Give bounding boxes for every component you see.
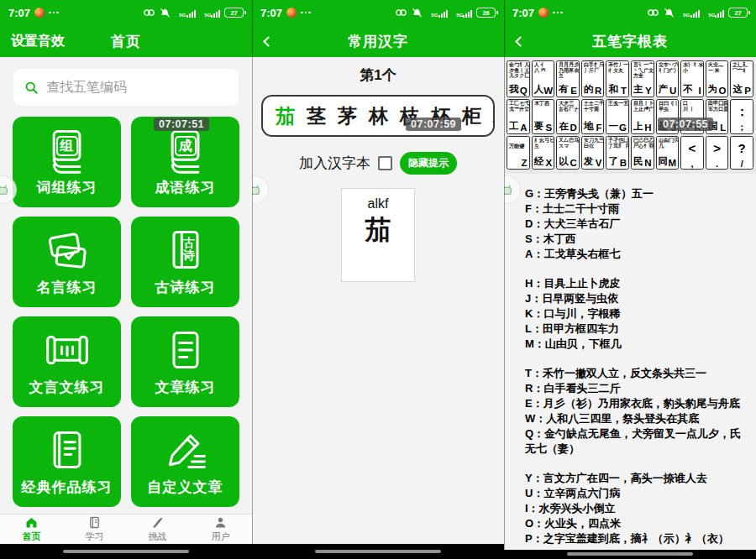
battery-icon: 27 (728, 8, 748, 18)
idiom-book-icon: 成 (162, 127, 209, 174)
classic-book-icon (44, 426, 91, 473)
tab-study[interactable]: 学习 (63, 515, 126, 544)
hd-call-icon (395, 8, 407, 18)
hd-call-icon (143, 8, 155, 18)
home-indicator (315, 550, 441, 553)
mnemonic-line: R：白手看头三二斤 (525, 381, 748, 396)
classical-chinese-practice-button[interactable]: 文言文练习 (13, 316, 121, 407)
search-input[interactable] (46, 80, 228, 95)
strip-char: 茄 (270, 103, 301, 129)
signal-icon: 5G (200, 8, 220, 18)
system-navigation-bar (252, 544, 504, 559)
mnemonic-line: I：水旁兴头小倒立 (525, 501, 748, 516)
key-M: 山由门贝几同M (656, 136, 680, 170)
quote-cards-icon (44, 227, 91, 274)
more-dots-icon (553, 12, 563, 14)
mnemonic-line: G：王旁青头戋（兼）五一 (525, 186, 748, 201)
system-navigation-bar (0, 544, 252, 559)
signal-icon: 5G (704, 8, 724, 18)
android-icon (504, 183, 514, 196)
classic-works-practice-button[interactable]: 经典作品练习 (13, 416, 121, 507)
status-bar: 7:07 5G 5G 27 (0, 0, 252, 25)
home-indicator (63, 550, 189, 553)
vibrate-off-icon (664, 8, 675, 18)
key-D: 大犬三古石厂ナ在D (556, 99, 580, 134)
mnemonic-line: L：田甲方框四车力 (525, 321, 748, 337)
tab-user[interactable]: 用户 (189, 515, 252, 544)
vibrate-off-icon (160, 8, 171, 18)
mnemonic-line: H：目具上止卜虎皮 (525, 276, 748, 291)
progress-counter: 第1个 (252, 65, 504, 85)
wubi-code: alkf (368, 196, 389, 212)
battery-percent: 26 (482, 9, 489, 16)
vibrate-off-icon (412, 8, 423, 18)
key-E: 月月丹彡乃用豕衣彑有E (556, 60, 580, 97)
tab-challenge[interactable]: 挑战 (126, 515, 189, 544)
page-title: 五笔字根表 (504, 32, 756, 51)
mnemonic-line: T：禾竹一撇双人立，反文条头共三一 (525, 366, 748, 381)
android-icon (0, 183, 10, 196)
word-group-practice-button[interactable]: 组 词组练习 (13, 117, 121, 207)
key-punct: >. (706, 136, 729, 170)
panel-common-chars: 7:07 5G 5G 26 常用汉字 第1个 茄茎茅林枝杯柜析 加入汉字本 隐藏… (252, 0, 504, 559)
keyboard-row: 万能键Z纟幺弓匕彑经X又厶巴马スマ以C女刀九彐臼巛发V子孑也凵了耳阝卩了B已己巳… (507, 136, 753, 170)
panel-home: 7:07 5G 5G 27 设置音效 首页 组 (0, 0, 252, 559)
search-icon (24, 80, 39, 96)
mnemonic-line: P：之字宝盖建到底，摘礻（示）衤（衣） (525, 531, 748, 546)
hd-call-icon (647, 8, 659, 18)
key-P: 之辶廴冖宀礻这P (730, 60, 753, 97)
nav-header: 常用汉字 (252, 25, 504, 57)
key-H: 目且丨卜上止虍广上H (631, 99, 654, 134)
key-R: 白手扌斤丿斤厂的R (581, 60, 605, 97)
signal-icon: 5G (427, 8, 447, 18)
study-icon (87, 515, 102, 530)
key-N: 已己巳乙尸心忄羽民N (631, 136, 654, 170)
more-dots-icon (49, 12, 59, 14)
system-navigation-bar (504, 550, 756, 559)
hide-hint-button[interactable]: 隐藏提示 (400, 152, 457, 175)
key-punct: ?/ (730, 136, 753, 170)
search-bar[interactable] (13, 69, 239, 106)
mnemonic-line: S：木丁西 (525, 232, 748, 247)
article-practice-button[interactable]: 文章练习 (131, 316, 239, 407)
practice-grid: 组 词组练习 成 成语练习 名言练习 古诗 (13, 117, 239, 507)
battery-percent: 27 (734, 9, 741, 16)
key-Y: 言讠一亠丶乀广文方圭主Y (631, 60, 654, 97)
add-to-book-checkbox[interactable] (378, 156, 392, 170)
key-Z: 万能键Z (507, 136, 530, 170)
recording-timestamp: 07:07:55 (658, 118, 713, 131)
key-U: 立辛丷六丬门疒冫产U (656, 60, 680, 97)
page-title: 常用汉字 (252, 32, 504, 51)
key-A: 工匚七弋戈艹廾廿工A (507, 99, 530, 134)
key-C: 又厶巴马スマ以C (556, 136, 580, 170)
panel-divider (252, 0, 253, 559)
home-indicator (567, 552, 693, 556)
key-punct: ：； (730, 99, 753, 134)
clock: 7:07 (8, 7, 30, 19)
mnemonic-line: E：月彡（衫）乃用家衣底，豹头豹尾与舟底 (525, 396, 748, 411)
sound-settings-button[interactable]: 设置音效 (11, 33, 65, 50)
poem-book-icon: 古诗 (162, 227, 209, 274)
custom-article-button[interactable]: 自定义文章 (131, 416, 239, 507)
tab-home[interactable]: 首页 (0, 515, 63, 544)
mnemonic-group: G：王旁青头戋（兼）五一F：土士二干十寸雨D：大犬三羊古石厂S：木丁西A：工戈草… (525, 186, 748, 262)
poem-practice-button[interactable]: 古诗 古诗练习 (131, 217, 239, 307)
mnemonic-line: Q：金勺缺点无尾鱼，犬旁留叉一点儿夕，氏无七（妻） (525, 426, 748, 457)
mnemonic-line: W：人和八三四里，祭头登头在其底 (525, 411, 748, 426)
key-I: 水氵丬氺小不I (680, 60, 704, 97)
mnemonic-line: K：口与川，字根稀 (525, 306, 748, 321)
bottom-tab-bar: 首页 学习 挑战 用户 (0, 514, 252, 544)
more-dots-icon (301, 12, 311, 14)
nav-header: 设置音效 首页 (0, 25, 252, 57)
floating-assistant-button[interactable] (252, 175, 269, 204)
quote-practice-button[interactable]: 名言练习 (13, 217, 121, 307)
key-T: 禾竹丿一彳攵夂和T (606, 60, 629, 97)
mnemonic-line: J：日早两竖与虫依 (525, 291, 748, 306)
status-bar: 7:07 5G 5G 26 (252, 0, 504, 25)
clock: 7:07 (512, 7, 534, 19)
word-book-icon: 组 (44, 127, 91, 174)
panel-root-table: 7:07 5G 5G 27 五笔字根表 金勹犭儿夕鱼丨乂儿タク匚我Q人 亻八 癶… (504, 0, 756, 559)
mnemonic-line: U：立辛两点六门病 (525, 486, 748, 501)
signal-icon: 5G (452, 8, 472, 18)
app-dot-icon (538, 8, 549, 18)
